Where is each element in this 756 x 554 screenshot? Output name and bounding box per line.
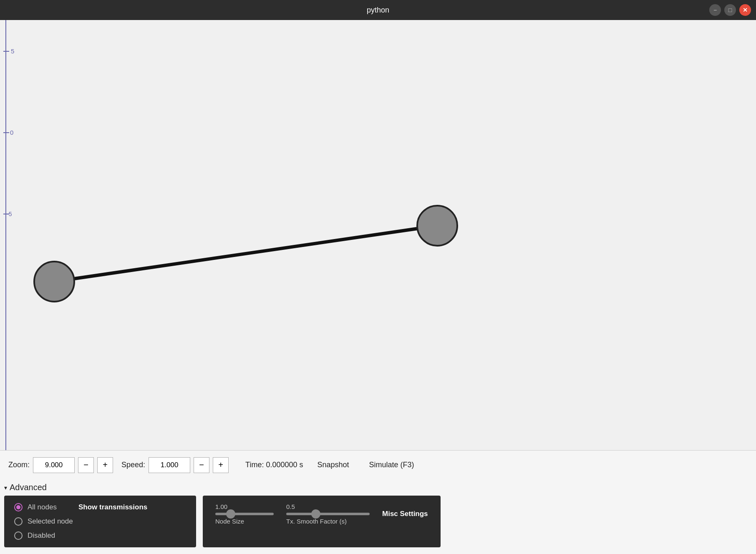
node-size-value: 1.00 [215, 503, 227, 510]
tx-smooth-thumb[interactable] [311, 509, 320, 519]
window-controls: − □ ✕ [709, 4, 751, 16]
node-size-group: 1.00 Node Size [215, 503, 274, 525]
advanced-label: Advanced [10, 483, 47, 492]
zoom-group: Zoom: − + [8, 457, 113, 473]
maximize-button[interactable]: □ [724, 4, 736, 16]
misc-settings-button[interactable]: Misc Settings [382, 510, 428, 518]
minimize-button[interactable]: − [709, 4, 721, 16]
radio-disabled[interactable] [14, 531, 23, 540]
tx-smooth-value: 0.5 [286, 503, 295, 510]
radio-row-disabled: Disabled [14, 531, 186, 540]
show-transmissions-label: Show transmissions [78, 503, 147, 511]
time-display: Time: 0.000000 s [245, 461, 303, 469]
speed-group: Speed: − + [121, 457, 229, 473]
simulate-button[interactable]: Simulate (F3) [363, 458, 420, 472]
close-button[interactable]: ✕ [739, 4, 751, 16]
speed-label: Speed: [121, 461, 145, 469]
radio-disabled-label: Disabled [28, 531, 55, 540]
misc-settings-panel: 1.00 Node Size 0.5 Tx. Smooth Factor (s)… [203, 496, 441, 547]
zoom-plus-button[interactable]: + [97, 457, 113, 473]
radio-row-all-nodes: All nodes Show transmissions [14, 503, 186, 511]
advanced-section: ▾ Advanced All nodes Show transmissions … [0, 479, 756, 554]
window-title: python [367, 6, 389, 15]
zoom-minus-button[interactable]: − [78, 457, 94, 473]
speed-input[interactable] [149, 457, 190, 473]
speed-minus-button[interactable]: − [194, 457, 209, 473]
svg-text:5: 5 [11, 48, 14, 55]
speed-plus-button[interactable]: + [213, 457, 229, 473]
radio-selected-node-label: Selected node [28, 517, 73, 526]
svg-text:0: 0 [10, 129, 13, 136]
slider-row: 1.00 Node Size 0.5 Tx. Smooth Factor (s)… [215, 503, 428, 525]
graph-svg: 5 0 -5 [0, 20, 756, 450]
snapshot-button[interactable]: Snapshot [312, 458, 355, 472]
radio-all-nodes[interactable] [14, 503, 23, 511]
node-size-label: Node Size [215, 518, 244, 525]
zoom-label: Zoom: [8, 461, 30, 469]
svg-point-9 [417, 206, 457, 246]
advanced-header[interactable]: ▾ Advanced [4, 479, 756, 496]
titlebar: python − □ ✕ [0, 0, 756, 20]
node-size-thumb[interactable] [226, 509, 235, 519]
radio-all-nodes-label: All nodes [28, 503, 57, 511]
svg-point-8 [34, 262, 74, 302]
advanced-arrow: ▾ [4, 484, 7, 491]
graph-canvas: 5 0 -5 [0, 20, 756, 450]
tx-smooth-group: 0.5 Tx. Smooth Factor (s) [286, 503, 370, 525]
node-size-slider[interactable] [215, 513, 274, 515]
zoom-input[interactable] [33, 457, 75, 473]
tx-smooth-label: Tx. Smooth Factor (s) [286, 518, 347, 525]
radio-selected-node[interactable] [14, 517, 23, 526]
svg-line-7 [54, 226, 437, 282]
radio-row-selected-node: Selected node [14, 517, 186, 526]
advanced-body: All nodes Show transmissions Selected no… [4, 496, 756, 554]
tx-smooth-slider[interactable] [286, 513, 370, 515]
svg-text:-5: -5 [7, 211, 12, 217]
toolbar: Zoom: − + Speed: − + Time: 0.000000 s Sn… [0, 450, 756, 479]
transmissions-panel: All nodes Show transmissions Selected no… [4, 496, 196, 547]
